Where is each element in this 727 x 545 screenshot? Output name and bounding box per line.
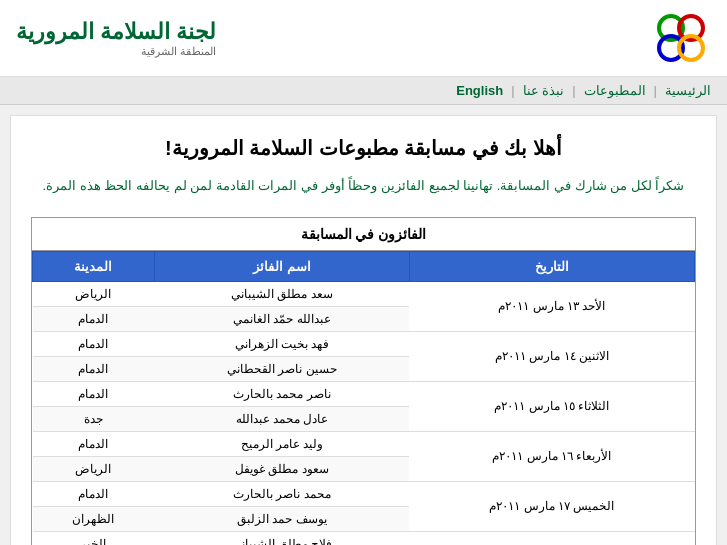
site-title: لجنة السلامة المرورية [16,19,216,45]
cell-city: الرياض [33,281,155,306]
col-header-name: اسم الفائز [154,251,409,281]
cell-name: فلاح مطلق الشيباني [154,531,409,545]
nav-prints[interactable]: المطبوعات [584,83,646,98]
table-row: الأحد ١٣ مارس ٢٠١١مسعد مطلق الشيبانيالري… [33,281,695,306]
nav-about[interactable]: نبذة عنا [523,83,565,98]
cell-name: ناصر محمد بالحارث [154,381,409,406]
table-row: الأربعاء ١٦ مارس ٢٠١١موليد عامر الرميحال… [33,431,695,456]
cell-city: جدة [33,406,155,431]
cell-city: الخبر [33,531,155,545]
cell-city: الدمام [33,481,155,506]
cell-city: الدمام [33,306,155,331]
nav-sep-2: | [572,83,575,98]
cell-name: عادل محمد عبدالله [154,406,409,431]
page-header: لجنة السلامة المرورية المنطقة الشرقية [0,0,727,77]
welcome-title: أهلا بك في مسابقة مطبوعات السلامة المرور… [31,136,696,160]
cell-city: الدمام [33,431,155,456]
cell-date: الثلاثاء ١٥ مارس ٢٠١١م [409,381,694,431]
header-logo [651,8,711,68]
cell-name: يوسف حمد الزلبق [154,506,409,531]
table-row: الخميس ١٧ مارس ٢٠١١ممحمد ناصر بالحارثالد… [33,481,695,506]
cell-date: الخميس ١٧ مارس ٢٠١١م [409,481,694,531]
winners-table: التاريخ اسم الفائز المدينة الأحد ١٣ مارس… [32,251,695,545]
site-subtitle: المنطقة الشرقية [16,45,216,58]
cell-name: عبدالله حمّد الغانمي [154,306,409,331]
col-header-city: المدينة [33,251,155,281]
table-row: الجمعة ١٨ مارس ٢٠١١مفلاح مطلق الشيبانيال… [33,531,695,545]
cell-city: الدمام [33,381,155,406]
nav-sep-1: | [511,83,514,98]
cell-city: الدمام [33,356,155,381]
winners-table-container: الفائزون في المسابقة التاريخ اسم الفائز … [31,217,696,545]
nav-home[interactable]: الرئيسية [665,83,711,98]
header-text-block: لجنة السلامة المرورية المنطقة الشرقية [16,19,216,58]
cell-name: سعد مطلق الشيباني [154,281,409,306]
nav-english[interactable]: English [456,83,503,98]
table-head: التاريخ اسم الفائز المدينة [33,251,695,281]
cell-name: فهد بخيت الزهراني [154,331,409,356]
cell-city: الدمام [33,331,155,356]
table-row: الثلاثاء ١٥ مارس ٢٠١١مناصر محمد بالحارثا… [33,381,695,406]
col-header-date: التاريخ [409,251,694,281]
table-body: الأحد ١٣ مارس ٢٠١١مسعد مطلق الشيبانيالري… [33,281,695,545]
cell-city: الرياض [33,456,155,481]
cell-name: حسين ناصر القحطاني [154,356,409,381]
table-header-row: التاريخ اسم الفائز المدينة [33,251,695,281]
nav-sep-3: | [654,83,657,98]
cell-date: الاثنين ١٤ مارس ٢٠١١م [409,331,694,381]
logo-icon [651,8,711,68]
cell-date: الأربعاء ١٦ مارس ٢٠١١م [409,431,694,481]
cell-date: الجمعة ١٨ مارس ٢٠١١م [409,531,694,545]
main-content: أهلا بك في مسابقة مطبوعات السلامة المرور… [10,115,717,545]
cell-name: محمد ناصر بالحارث [154,481,409,506]
welcome-text: شكراً لكل من شارك في المسابقة. تهانينا ل… [31,176,696,197]
cell-city: الظهران [33,506,155,531]
cell-name: سعود مطلق غويفل [154,456,409,481]
table-caption: الفائزون في المسابقة [32,218,695,251]
cell-date: الأحد ١٣ مارس ٢٠١١م [409,281,694,331]
table-row: الاثنين ١٤ مارس ٢٠١١مفهد بخيت الزهرانيال… [33,331,695,356]
navigation: English | نبذة عنا | المطبوعات | الرئيسي… [0,77,727,105]
cell-name: وليد عامر الرميح [154,431,409,456]
